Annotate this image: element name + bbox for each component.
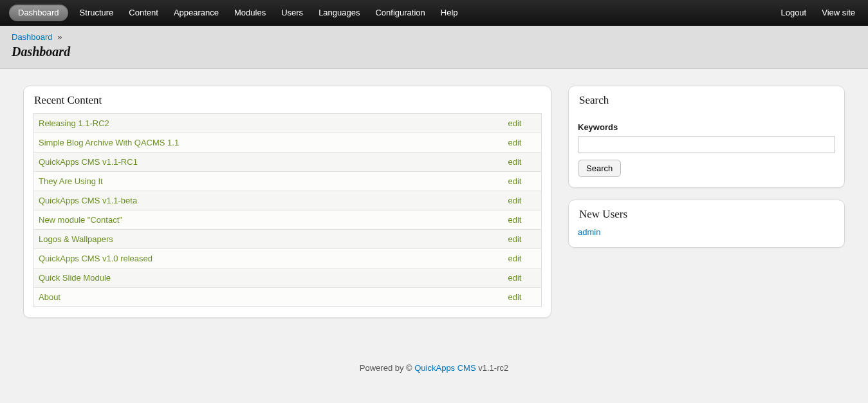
content-link[interactable]: QuickApps CMS v1.1-RC1 bbox=[39, 157, 138, 167]
edit-link[interactable]: edit bbox=[508, 138, 522, 147]
recent-content-heading: Recent Content bbox=[33, 93, 542, 113]
search-keywords-label: Keywords bbox=[578, 122, 835, 132]
table-row: QuickApps CMS v1.1-betaedit bbox=[33, 191, 542, 211]
edit-link[interactable]: edit bbox=[508, 254, 522, 263]
content-link[interactable]: They Are Using It bbox=[39, 176, 103, 186]
edit-link[interactable]: edit bbox=[508, 215, 522, 225]
table-row: They Are Using Itedit bbox=[33, 172, 542, 191]
table-row: QuickApps CMS v1.1-RC1edit bbox=[33, 153, 542, 172]
nav-item-languages[interactable]: Languages bbox=[311, 0, 367, 26]
edit-link[interactable]: edit bbox=[508, 157, 522, 167]
page-title: Dashboard bbox=[12, 44, 856, 59]
edit-link[interactable]: edit bbox=[508, 234, 522, 244]
nav-item-view-site[interactable]: View site bbox=[814, 0, 863, 26]
panel-recent-content: Recent Content Releasing 1.1-RC2editSimp… bbox=[23, 86, 551, 318]
user-link[interactable]: admin bbox=[578, 227, 600, 237]
breadcrumb: Dashboard » bbox=[12, 32, 856, 42]
content-link[interactable]: New module "Contact" bbox=[39, 215, 122, 225]
search-input[interactable] bbox=[578, 136, 835, 153]
new-users-list: admin bbox=[578, 227, 835, 237]
column-right: Search Keywords Search New Users admin bbox=[568, 86, 845, 248]
content-link[interactable]: About bbox=[39, 292, 60, 302]
table-row: New module "Contact"edit bbox=[33, 211, 542, 230]
nav-item-structure[interactable]: Structure bbox=[72, 0, 122, 26]
nav-item-appearance[interactable]: Appearance bbox=[166, 0, 226, 26]
nav-item-help[interactable]: Help bbox=[433, 0, 466, 26]
nav-item-dashboard[interactable]: Dashboard bbox=[9, 5, 68, 21]
footer-prefix: Powered by © bbox=[360, 363, 414, 373]
edit-link[interactable]: edit bbox=[508, 176, 522, 186]
edit-link[interactable]: edit bbox=[508, 118, 522, 128]
table-row: Aboutedit bbox=[33, 288, 542, 307]
nav-item-configuration[interactable]: Configuration bbox=[367, 0, 432, 26]
content-link[interactable]: QuickApps CMS v1.0 released bbox=[39, 254, 152, 263]
nav-item-content[interactable]: Content bbox=[121, 0, 166, 26]
content-link[interactable]: Releasing 1.1-RC2 bbox=[39, 118, 109, 128]
search-button[interactable]: Search bbox=[578, 160, 621, 177]
content-link[interactable]: Quick Slide Module bbox=[39, 273, 111, 283]
admin-top-bar: DashboardStructureContentAppearanceModul… bbox=[0, 0, 868, 26]
title-band: Dashboard » Dashboard bbox=[0, 26, 868, 69]
nav-item-users[interactable]: Users bbox=[273, 0, 311, 26]
column-left: Recent Content Releasing 1.1-RC2editSimp… bbox=[23, 86, 551, 318]
edit-link[interactable]: edit bbox=[508, 196, 522, 205]
footer-link-quickapps[interactable]: QuickApps CMS bbox=[414, 363, 476, 373]
search-heading: Search bbox=[578, 93, 835, 113]
table-row: QuickApps CMS v1.0 releasededit bbox=[33, 249, 542, 268]
breadcrumb-separator: » bbox=[57, 32, 62, 42]
content-link[interactable]: Logos & Wallpapers bbox=[39, 234, 113, 244]
footer: Powered by © QuickApps CMS v1.1-rc2 bbox=[0, 344, 868, 398]
admin-nav-left: DashboardStructureContentAppearanceModul… bbox=[5, 0, 466, 26]
content-link[interactable]: Simple Blog Archive With QACMS 1.1 bbox=[39, 138, 179, 147]
content-link[interactable]: QuickApps CMS v1.1-beta bbox=[39, 196, 137, 205]
table-row: Simple Blog Archive With QACMS 1.1edit bbox=[33, 133, 542, 153]
edit-link[interactable]: edit bbox=[508, 292, 522, 302]
new-users-heading: New Users bbox=[578, 207, 835, 227]
table-row: Logos & Wallpapersedit bbox=[33, 230, 542, 249]
main-content: Recent Content Releasing 1.1-RC2editSimp… bbox=[0, 69, 868, 344]
nav-item-logout[interactable]: Logout bbox=[773, 0, 814, 26]
admin-nav-right: LogoutView site bbox=[773, 0, 863, 26]
breadcrumb-link-dashboard[interactable]: Dashboard bbox=[12, 32, 53, 42]
table-row: Releasing 1.1-RC2edit bbox=[33, 114, 542, 133]
edit-link[interactable]: edit bbox=[508, 273, 522, 283]
recent-content-table: Releasing 1.1-RC2editSimple Blog Archive… bbox=[33, 113, 542, 307]
panel-new-users: New Users admin bbox=[568, 200, 845, 248]
footer-suffix: v1.1-rc2 bbox=[476, 363, 509, 373]
table-row: Quick Slide Moduleedit bbox=[33, 268, 542, 288]
panel-search: Search Keywords Search bbox=[568, 86, 845, 188]
nav-item-modules[interactable]: Modules bbox=[226, 0, 273, 26]
